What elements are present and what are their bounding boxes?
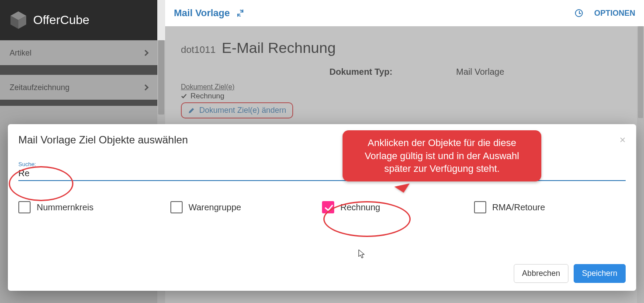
- brand-header[interactable]: OfferCube: [0, 0, 157, 40]
- modal-close-button[interactable]: ×: [620, 134, 626, 146]
- checkbox-option-rechnung[interactable]: Rechnung: [322, 201, 474, 213]
- topbar-right: OPTIONEN: [575, 9, 635, 18]
- topbar-left: Mail Vorlage: [174, 7, 245, 19]
- app-root: OfferCube Artikel Zeitaufzeichnung Mail …: [0, 0, 644, 303]
- select-ziel-modal: Mail Vorlage Ziel Objekte auswählen × Su…: [8, 124, 636, 291]
- checkbox-label: Warengruppe: [189, 202, 241, 212]
- annotation-text: Anklicken der Objekte für die diese Vorl…: [365, 137, 519, 174]
- checkbox-label: RMA/Retoure: [492, 202, 545, 212]
- annotation-callout: Anklicken der Objekte für die diese Vorl…: [343, 130, 541, 181]
- modal-title: Mail Vorlage Ziel Objekte auswählen: [18, 134, 188, 146]
- checkbox-icon[interactable]: [170, 201, 183, 213]
- page-title[interactable]: Mail Vorlage: [174, 7, 230, 19]
- modal-footer: Abbrechen Speichern: [18, 255, 626, 283]
- checkbox-option-nummernkreis[interactable]: Nummernkreis: [18, 201, 170, 213]
- brand-name: OfferCube: [33, 13, 90, 27]
- checkbox-icon[interactable]: [322, 201, 334, 213]
- checkbox-row: Nummernkreis Warengruppe Rechnung RMA/Re…: [18, 201, 626, 213]
- topbar: Mail Vorlage OPTIONEN: [165, 0, 644, 26]
- checkbox-icon[interactable]: [18, 201, 31, 213]
- checkbox-option-warengruppe[interactable]: Warengruppe: [170, 201, 322, 213]
- refresh-icon[interactable]: [236, 9, 245, 17]
- options-link[interactable]: OPTIONEN: [594, 9, 635, 18]
- checkbox-label: Nummernkreis: [37, 202, 93, 212]
- checkbox-label: Rechnung: [340, 202, 380, 212]
- cube-icon: [9, 10, 28, 30]
- clock-icon[interactable]: [575, 9, 583, 17]
- checkbox-icon[interactable]: [474, 201, 486, 213]
- checkbox-option-rma[interactable]: RMA/Retoure: [474, 201, 626, 213]
- save-button[interactable]: Speichern: [574, 264, 626, 283]
- cancel-button[interactable]: Abbrechen: [514, 264, 568, 283]
